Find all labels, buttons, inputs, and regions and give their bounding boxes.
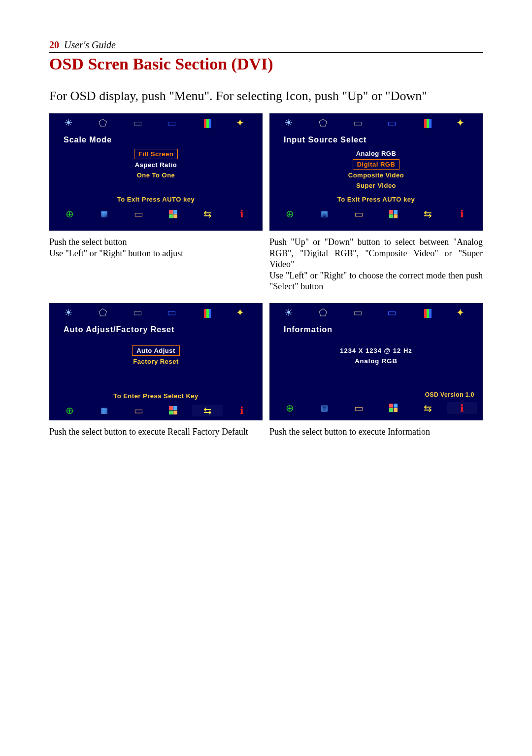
brightness-icon[interactable]: ☀ [275, 307, 305, 320]
guide-label: User's Guide [64, 39, 116, 50]
color-bars-icon[interactable] [192, 117, 223, 130]
top-tab-row: ☀ ⬠ ▭ ▭ ✦ [53, 307, 259, 320]
option-composite-video[interactable]: Composite Video [344, 171, 408, 180]
option-factory-reset[interactable]: Factory Reset [129, 357, 182, 366]
option-super-video[interactable]: Super Video [352, 181, 400, 190]
geometry-icon[interactable]: ⬠ [309, 117, 340, 130]
top-tab-row: ☀ ⬠ ▭ ▭ ✦ [53, 117, 259, 131]
zoom-plus-icon[interactable]: ⊕ [55, 208, 85, 220]
geometry-icon[interactable]: ⬠ [309, 307, 340, 320]
bottom-tab-row: ⊕ ▦ ▭ ⇆ ℹ [273, 206, 479, 221]
top-tab-row: ☀ ⬠ ▭ ▭ ✦ [273, 307, 479, 320]
hint-text: To Exit Press AUTO key [273, 193, 479, 204]
hint-text: To Enter Press Select Key [53, 389, 259, 401]
display2-icon[interactable]: ▭ [378, 307, 408, 320]
osd-panel-input: ☀ ⬠ ▭ ▭ ✦ Input Source Select Analog RGB… [269, 113, 483, 231]
page-title: OSD Scren Basic Section (DVI) [49, 55, 483, 73]
arrows-icon[interactable]: ⇆ [192, 208, 223, 220]
tools-icon[interactable]: ✦ [227, 307, 257, 320]
display-icon[interactable]: ▭ [124, 208, 154, 220]
display2-icon[interactable]: ▭ [158, 307, 188, 320]
info-resolution: 1234 X 1234 @ 12 Hz [273, 347, 479, 354]
grid-icon[interactable]: ▦ [309, 402, 340, 414]
display-icon[interactable]: ▭ [344, 208, 374, 220]
panel-title: Auto Adjust/Factory Reset [53, 320, 259, 337]
option-one-to-one[interactable]: One To One [133, 171, 179, 180]
display1-icon[interactable]: ▭ [344, 117, 374, 130]
squares-icon[interactable] [378, 402, 408, 414]
bottom-tab-row: ⊕ ▦ ▭ ⇆ ℹ [53, 206, 259, 221]
option-digital-rgb[interactable]: Digital RGB [353, 159, 400, 170]
display2-icon[interactable]: ▭ [158, 117, 188, 130]
top-tab-row: ☀ ⬠ ▭ ▭ ✦ [273, 117, 479, 131]
osd-panel-auto: ☀ ⬠ ▭ ▭ ✦ Auto Adjust/Factory Reset Auto… [49, 303, 263, 420]
caption-input: Push "Up" or "Down" button to select bet… [269, 235, 483, 299]
squares-icon[interactable] [378, 208, 408, 220]
display2-icon[interactable]: ▭ [378, 117, 408, 130]
grid-icon[interactable]: ▦ [309, 208, 340, 220]
display-icon[interactable]: ▭ [124, 405, 154, 416]
panel-title: Information [273, 320, 479, 337]
info-icon[interactable]: ℹ [447, 208, 477, 220]
bottom-tab-row: ⊕ ▦ ▭ ⇆ ℹ [273, 400, 479, 415]
arrows-icon[interactable]: ⇆ [192, 405, 223, 416]
hint-text: To Exit Press AUTO key [53, 193, 259, 204]
zoom-plus-icon[interactable]: ⊕ [55, 405, 85, 416]
panel-title: Input Source Select [273, 131, 479, 147]
option-auto-adjust[interactable]: Auto Adjust [132, 345, 180, 356]
caption-auto: Push the select button to execute Recall… [49, 424, 263, 445]
grid-icon[interactable]: ▦ [89, 405, 120, 416]
grid-icon[interactable]: ▦ [89, 208, 120, 220]
osd-panel-scale: ☀ ⬠ ▭ ▭ ✦ Scale Mode Fill Screen Aspect … [49, 113, 263, 231]
info-icon[interactable]: ℹ [227, 405, 257, 416]
arrows-icon[interactable]: ⇆ [412, 402, 443, 414]
option-aspect-ratio[interactable]: Aspect Ratio [131, 160, 181, 170]
info-icon[interactable]: ℹ [447, 402, 477, 414]
color-bars-icon[interactable] [192, 307, 223, 320]
tools-icon[interactable]: ✦ [447, 307, 477, 320]
squares-icon[interactable] [158, 405, 188, 416]
page-number: 20 [49, 39, 59, 50]
display1-icon[interactable]: ▭ [344, 307, 374, 320]
display1-icon[interactable]: ▭ [124, 117, 154, 130]
tools-icon[interactable]: ✦ [447, 117, 477, 130]
display1-icon[interactable]: ▭ [124, 307, 154, 320]
display-icon[interactable]: ▭ [344, 402, 374, 414]
geometry-icon[interactable]: ⬠ [89, 307, 120, 320]
color-bars-icon[interactable] [412, 307, 443, 320]
intro-text: For OSD display, push "Menu". For select… [49, 87, 483, 104]
color-bars-icon[interactable] [412, 117, 443, 130]
brightness-icon[interactable]: ☀ [275, 117, 305, 130]
osd-version: OSD Version 1.0 [273, 391, 479, 398]
info-icon[interactable]: ℹ [227, 208, 257, 220]
bottom-tab-row: ⊕ ▦ ▭ ⇆ ℹ [53, 403, 259, 417]
brightness-icon[interactable]: ☀ [55, 117, 85, 130]
brightness-icon[interactable]: ☀ [55, 307, 85, 320]
tools-icon[interactable]: ✦ [227, 117, 257, 130]
geometry-icon[interactable]: ⬠ [89, 117, 120, 130]
option-fill-screen[interactable]: Fill Screen [134, 149, 178, 159]
zoom-plus-icon[interactable]: ⊕ [275, 402, 305, 414]
info-mode: Analog RGB [273, 357, 479, 365]
arrows-icon[interactable]: ⇆ [412, 208, 443, 220]
osd-panel-info: ☀ ⬠ ▭ ▭ ✦ Information 1234 X 1234 @ 12 H… [269, 303, 483, 420]
caption-scale: Push the select button Use "Left" or "Ri… [49, 235, 263, 299]
caption-info: Push the select button to execute Inform… [269, 424, 483, 445]
zoom-plus-icon[interactable]: ⊕ [275, 208, 305, 220]
squares-icon[interactable] [158, 208, 188, 220]
panel-title: Scale Mode [53, 131, 259, 147]
option-analog-rgb[interactable]: Analog RGB [352, 149, 400, 158]
